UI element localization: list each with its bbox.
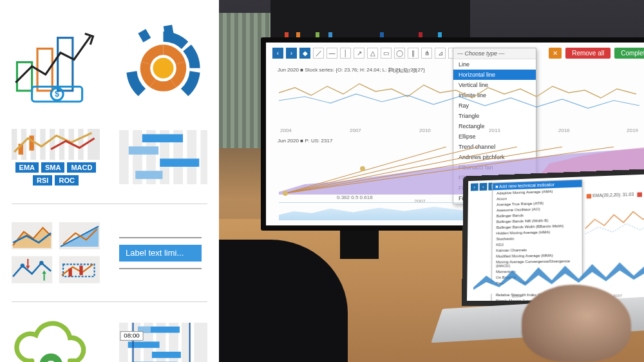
tool-ray-button[interactable]: ↗ xyxy=(354,48,365,59)
stock-growth-icon: $ xyxy=(12,23,100,111)
svg-rect-8 xyxy=(164,24,174,36)
time-start-label: 08:00 xyxy=(124,332,140,339)
svg-rect-13 xyxy=(46,129,50,160)
dropdown-head[interactable]: — Choose type — xyxy=(453,48,536,59)
time-gantt-cell: 08:00 18:00 xyxy=(119,320,207,362)
svg-rect-21 xyxy=(129,130,133,184)
pill-sma: SMA xyxy=(41,162,64,173)
feature-gallery: $ xyxy=(0,0,219,362)
svg-rect-15 xyxy=(64,129,68,160)
svg-point-6 xyxy=(153,58,174,79)
tool-pitchfork-button[interactable]: ⋔ xyxy=(421,48,432,59)
pill-macd: MACD xyxy=(67,162,96,173)
svg-rect-28 xyxy=(129,146,158,155)
indicator-pill-row-1: EMA SMA MACD xyxy=(15,162,97,173)
chart2-legend: Jun 2020 ■ P: US: 2317 xyxy=(278,138,332,144)
laptop: ‹ › ⣿ Reset ■ Add new technical indicato… xyxy=(462,167,644,306)
tool-redo-button[interactable]: › xyxy=(286,48,297,59)
remove-all-button[interactable]: Remove all xyxy=(565,48,611,59)
chart1-line xyxy=(279,75,644,126)
label-text-input[interactable]: Label text limi... xyxy=(119,245,202,262)
svg-point-37 xyxy=(39,262,43,265)
svg-rect-57 xyxy=(152,352,181,358)
pill-rsi: RSI xyxy=(33,175,52,186)
tool-pointer-button[interactable]: ◆ xyxy=(299,48,310,59)
svg-rect-25 xyxy=(183,130,187,184)
svg-rect-53 xyxy=(191,323,194,362)
tool-hline-button[interactable]: ― xyxy=(327,48,337,59)
svg-rect-29 xyxy=(160,158,199,167)
svg-rect-0 xyxy=(17,62,32,90)
svg-text:S: S xyxy=(46,357,55,362)
chart1-legend: Jun 2020 ■ Stock series: {O: 23.76; H: 2… xyxy=(278,67,425,73)
indicator-sparks-icon xyxy=(12,129,100,160)
sunburst-icon xyxy=(119,23,207,111)
svg-rect-19 xyxy=(29,136,33,151)
svg-point-72 xyxy=(360,166,365,171)
laptop-screen: ‹ › ⣿ Reset ■ Add new technical indicato… xyxy=(467,173,644,301)
close-annot-button[interactable]: ✕ xyxy=(549,48,562,59)
tool-channel-button[interactable]: ∥ xyxy=(408,48,419,59)
mini-chart-grid xyxy=(12,222,100,283)
tool-triangle-button[interactable]: △ xyxy=(367,48,378,59)
tool-ellipse-button[interactable]: ◯ xyxy=(394,48,405,59)
person-hand xyxy=(522,285,631,362)
lap-tool2[interactable]: › xyxy=(480,183,488,191)
lap-tool1[interactable]: ‹ xyxy=(471,183,478,191)
gantt-icon xyxy=(119,129,207,186)
laptop-legend: EMA(20,2,20): 31.03 SMA(1): 19.79 xyxy=(587,191,644,198)
desk-scene: ‹ › ◆ ／ ― │ ↗ △ ▭ ◯ ∥ ⋔ ⊿ ⌒ ✕ Remove all… xyxy=(219,0,644,362)
svg-point-36 xyxy=(21,264,24,268)
svg-point-71 xyxy=(283,191,288,196)
svg-rect-7 xyxy=(138,29,151,43)
complete-button[interactable]: Complete xyxy=(614,48,644,59)
svg-rect-30 xyxy=(135,171,162,179)
tool-rect-button[interactable]: ▭ xyxy=(381,48,392,59)
svg-rect-26 xyxy=(196,130,200,184)
cloud-search-icon: S xyxy=(12,320,100,362)
tool-vline-button[interactable]: │ xyxy=(340,48,351,59)
pill-ema: EMA xyxy=(15,162,39,173)
tool-fibfan-button[interactable]: ⊿ xyxy=(435,48,446,59)
svg-rect-35 xyxy=(12,256,52,283)
svg-text:$: $ xyxy=(55,90,59,99)
dd-item-line[interactable]: Line xyxy=(453,59,536,70)
tool-line-button[interactable]: ／ xyxy=(313,48,324,59)
svg-rect-27 xyxy=(142,134,183,142)
label-demo-cell: Label text limi... xyxy=(119,222,207,283)
svg-rect-43 xyxy=(79,266,82,276)
laptop-upper-chart xyxy=(585,197,644,246)
indicator-pill-row-2: RSI ROC xyxy=(33,175,79,186)
pegboard xyxy=(270,0,470,39)
tool-undo-button[interactable]: ‹ xyxy=(272,48,283,59)
svg-rect-2 xyxy=(58,37,73,90)
svg-rect-42 xyxy=(69,269,72,277)
indicator-pills-cell: EMA SMA MACD RSI ROC xyxy=(12,129,100,186)
svg-rect-1 xyxy=(37,48,52,90)
drawing-toolbar: ‹ › ◆ ／ ― │ ↗ △ ▭ ◯ ∥ ⋔ ⊿ ⌒ xyxy=(272,48,459,59)
pill-roc: ROC xyxy=(55,175,78,186)
